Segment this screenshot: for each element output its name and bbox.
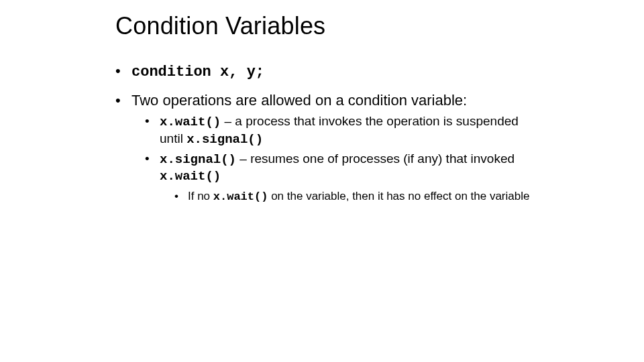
bullet-condition-decl: condition x, y; bbox=[115, 62, 531, 82]
bullet-signal: x.signal() – resumes one of processes (i… bbox=[145, 151, 531, 204]
bullet-two-operations: Two operations are allowed on a conditio… bbox=[115, 91, 531, 204]
bullet-wait: x.wait() – a process that invokes the op… bbox=[145, 113, 531, 148]
slide-body: condition x, y; Two operations are allow… bbox=[115, 62, 531, 213]
bullet-list-level3: If no x.wait() on the variable, then it … bbox=[160, 189, 531, 204]
code-wait-inline: x.wait() bbox=[160, 169, 221, 184]
slide-title: Condition Variables bbox=[115, 12, 325, 40]
text-signal-desc: – resumes one of processes (if any) that… bbox=[236, 152, 515, 166]
bullet-list-level1: condition x, y; Two operations are allow… bbox=[115, 62, 531, 204]
code-wait: x.wait() bbox=[160, 115, 221, 129]
code-signal: x.signal() bbox=[160, 152, 236, 167]
code-condition-decl: condition x, y; bbox=[131, 64, 264, 80]
text-ifno-b: on the variable, then it has no effect o… bbox=[268, 190, 529, 202]
slide: Condition Variables condition x, y; Two … bbox=[0, 0, 644, 362]
text-ifno-a: If no bbox=[188, 190, 213, 202]
code-signal-inline: x.signal() bbox=[186, 132, 263, 147]
text-two-operations: Two operations are allowed on a conditio… bbox=[131, 92, 467, 109]
bullet-list-level2: x.wait() – a process that invokes the op… bbox=[131, 113, 531, 204]
code-wait-inline2: x.wait() bbox=[213, 190, 268, 203]
bullet-no-effect: If no x.wait() on the variable, then it … bbox=[174, 189, 531, 204]
